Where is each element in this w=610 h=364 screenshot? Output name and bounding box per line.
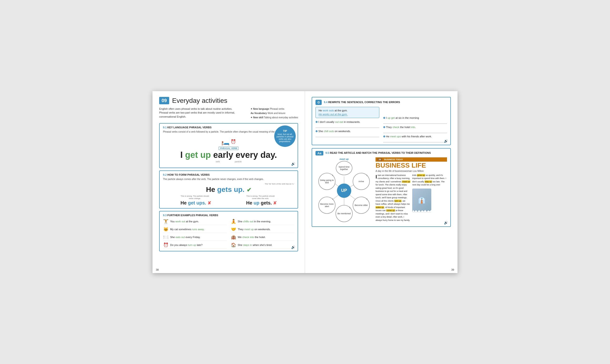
eat-icon: 🍽️ [163,234,169,240]
wrong-note-1: This is wrong. The particle should never… [181,195,209,200]
node-be-mentioned: 3 Be mentioned [336,205,353,222]
article-header-label: BUSINESS TODAY [384,158,403,161]
example-6: 🤝 They meet up on weekends. [231,226,295,233]
gym-icon: 🏋️ [163,219,169,224]
relax-icon: 🧘 [231,219,236,224]
example-2: 🐱 My cat sometimes runs away. [163,226,227,233]
article-header: 26 BUSINESS TODAY [376,157,447,162]
phrasal-label: verb particle [163,160,294,163]
rewrite-item-3: ❸ I up get at six in the morning [383,117,447,124]
wrong-examples: This is wrong. The particle should never… [163,195,294,206]
section-94-content: He work outs at the gym. He works out at… [315,107,447,142]
wrong-sentence-2: He up gets. ✘ [246,200,277,206]
correct-note: The 'he' form of the verb has an 's.' [163,183,294,185]
example-1: 🏋️ You work out at the gym. [163,218,227,225]
section-92-header: 9.2 HOW TO FORM PHRASAL VERBS [163,173,294,176]
section-93-header: 9.3 FURTHER EXAMPLES PHRASAL VERBS [163,214,294,217]
section-95-header: Aa 9.5 READ THE ARTICLE AND MATCH THE PH… [315,151,447,156]
meetup-icon: 🤝 [231,227,236,232]
sound-icon-91[interactable]: 🔊 [291,162,295,166]
phrasal-verb-label: PHRASAL VERB [219,147,239,150]
verb-label: verb [216,160,220,163]
drop-cap: I [376,174,377,180]
page-header: 09 Everyday activities [159,97,298,104]
section-94: ⚙ 9.4 REWRITE THE SENTENCES, CORRECTING … [312,97,451,145]
rewrite-item-2: ❷ She chill outs on weekends. [315,130,379,137]
particle-label: particle [235,160,242,163]
example-corrected: He works out at the gym. [319,113,348,116]
page-number-right: 39 [451,268,454,271]
article-title: BUSINESS LIFE [376,162,447,169]
example-8-text: She stays in when she's tired. [238,244,272,247]
aa-badge: Aa [315,151,323,156]
wrong-ex-1: This is wrong. The particle should never… [181,195,211,206]
clock-icon: ⏰ [231,139,236,144]
example-7-text: We check into the hotel. [238,236,266,239]
section-92: 9.2 HOW TO FORM PHRASAL VERBS The partic… [159,170,298,209]
section-91-header: 9.1 KEY LANGUAGE PHRASAL VERBS [163,126,294,129]
example-1-text: You work out at the gym. [170,220,199,223]
section-95: Aa 9.5 READ THE ARTICLE AND MATCH THE PH… [312,148,451,227]
chapter-title: Everyday activities [172,97,227,104]
grow-up-highlight: grow up [417,174,425,176]
article-col-1: I own an international business consulta… [376,174,410,222]
example-4: ⏰ Do you always turn up late? [163,242,227,248]
vocabulary-label: Aa Vocabulary [250,112,267,115]
wrong-sentence-1: He get ups. ✘ [181,200,211,206]
node-become-alert: 4 Become more alert [318,197,336,214]
intro-text: English often uses phrasal verbs to talk… [159,107,235,120]
example-3-text: She eats out every Friday. [170,236,201,239]
article-image: 👔 [412,189,431,212]
article-col-2: Kids grow up so quickly, and it's import… [412,174,447,222]
bed-icon-area: 🛏️ ⏰ [163,138,294,146]
section-94-label: REWRITE THE SENTENCES, CORRECTING THE ER… [328,101,400,103]
image-placeholder: 👔 [412,189,431,212]
chapter-number: 09 [159,97,169,104]
section-92-label: HOW TO FORM PHRASAL VERBS [167,173,209,176]
example-4-text: Do you always turn up late? [170,244,203,247]
correct-example: He gets up. ✔ [163,185,294,194]
meet-up-node: meet up Spend time together [336,158,352,175]
turnup-icon: ⏰ [163,242,169,247]
bed-icon: 🛏️ [221,138,230,146]
new-skill-label: ✦ New skill [250,116,263,119]
example-8: 🏠 She stays in when she's tired. [231,242,295,248]
meta-new-skill: ✦ New skill Talking about everyday activ… [250,116,298,120]
sound-icon-94[interactable]: 🔊 [444,139,448,143]
section-93: 9.3 FURTHER EXAMPLES PHRASAL VERBS 🏋️ Yo… [159,211,298,251]
hotel-icon: 🏨 [231,234,236,240]
node-arrive: 1 Arrive [353,173,370,190]
examples-grid: 🏋️ You work out at the gym. 🧘 She chills… [163,218,294,248]
meet-up-label: meet up [336,158,352,160]
phrasal-sentence: I get up early every day. [180,150,277,160]
meta-info: ✦ New language Phrasal verbs Aa Vocabula… [250,107,298,120]
meta-vocabulary: Aa Vocabulary Work and leisure [250,111,298,116]
section-94-left: He work outs at the gym. He works out at… [315,107,379,142]
node-delay-bed: 5 Delay going to bed [318,173,336,190]
sound-icon-95[interactable]: 🔊 [444,221,448,224]
sound-icon-93[interactable]: 🔊 [291,245,295,249]
example-7: 🏨 We check into the hotel. [231,234,295,241]
example-5: 🧘 She chills out in the evening. [231,218,295,225]
new-language-label: ✦ New language [250,108,269,110]
rewrite-item-1: ❶ I don't usually out eat in restaurants… [315,120,379,128]
article-area: 26 BUSINESS TODAY BUSINESS LIFE A day in… [376,157,447,224]
node-become-older: 2 Become older [353,197,370,214]
section-93-label: FURTHER EXAMPLES PHRASAL VERBS [167,214,218,217]
meta-new-language: ✦ New language Phrasal verbs [250,107,298,111]
section-95-label: READ THE ARTICLE AND MATCH THE PHRASAL V… [330,151,431,154]
match-content: UP meet up Spend time together 1 Arrive [315,157,447,224]
page-number-left: 38 [156,268,159,271]
example-original: He work outs at the gym. [319,109,376,112]
section-91: 9.1 KEY LANGUAGE PHRASAL VERBS Phrasal v… [159,123,298,168]
stay-up-highlight: stay up [425,181,432,183]
section-94-right: ❸ I up get at six in the morning ❹ They … [383,107,447,142]
home-icon: 🏠 [231,242,236,247]
rewrite-item-4: ❹ They check the hotel into. [383,126,447,133]
gear-icon: ⚙ [315,100,322,105]
left-page: 09 Everyday activities English often use… [152,91,305,273]
section-94-header: ⚙ 9.4 REWRITE THE SENTENCES, CORRECTING … [315,100,447,105]
phrasal-display: 🛏️ ⏰ PHRASAL VERB I get up early every d… [163,135,294,165]
cat-icon: 🐱 [163,227,169,232]
section-91-label: KEY LANGUAGE PHRASAL VERBS [167,126,211,129]
